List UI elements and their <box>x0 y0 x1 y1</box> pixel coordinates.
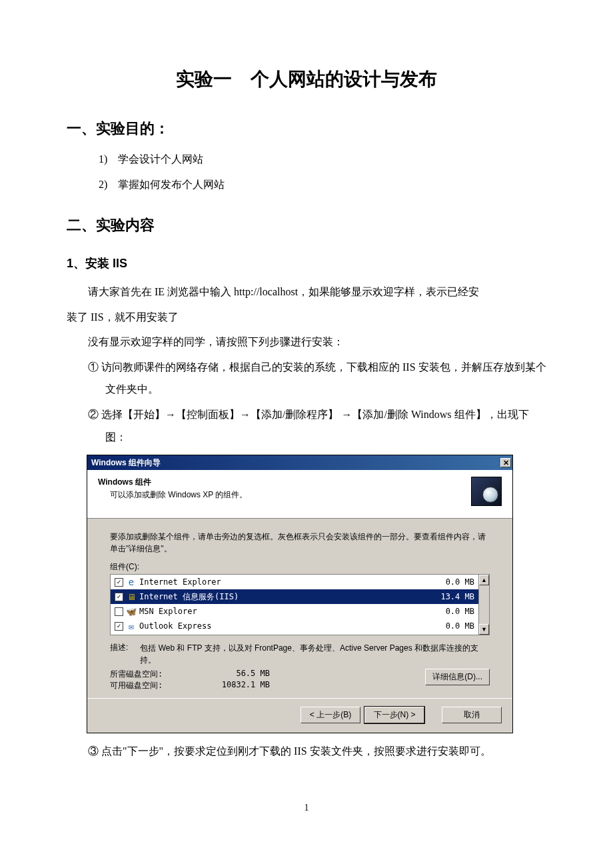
next-button[interactable]: 下一步(N) > <box>364 707 424 723</box>
page-number: 1 <box>67 803 546 813</box>
dialog-heading: Windows 组件 <box>98 477 471 488</box>
step-item: ② 选择【开始】→【控制面板】→【添加/删除程序】 →【添加/删除 Window… <box>88 403 546 448</box>
dialog-footer: < 上一步(B) 下一步(N) > 取消 <box>87 698 512 733</box>
checkbox[interactable]: ✓ <box>115 593 123 601</box>
paragraph: 没有显示欢迎字样的同学，请按照下列步骤进行安装： <box>67 331 546 353</box>
cancel-button[interactable]: 取消 <box>442 707 502 723</box>
iis-icon: 🖥 <box>126 591 137 602</box>
ie-icon: e <box>126 577 137 587</box>
scroll-up-icon[interactable]: ▲ <box>479 575 489 585</box>
dialog-instruction: 要添加或删除某个组件，请单击旁边的复选框。灰色框表示只会安装该组件的一部分。要查… <box>110 531 490 555</box>
scroll-down-icon[interactable]: ▼ <box>479 624 489 635</box>
component-name: Outlook Express <box>139 621 418 631</box>
disk-available-value: 10832.1 MB <box>203 680 270 691</box>
page-title: 实验一 个人网站的设计与发布 <box>67 67 546 92</box>
goal-text: 学会设计个人网站 <box>118 153 203 165</box>
checkbox[interactable] <box>115 607 123 616</box>
checkbox[interactable]: ✓ <box>115 578 123 587</box>
components-label: 组件(C): <box>110 561 490 573</box>
dialog-title: Windows 组件向导 <box>91 457 161 469</box>
titlebar: Windows 组件向导 ✕ <box>87 455 512 470</box>
step-item: ③ 点击"下一步"，按要求定位到刚才下载的 IIS 安装文件夹，按照要求进行安装… <box>88 740 546 763</box>
step-list: ③ 点击"下一步"，按要求定位到刚才下载的 IIS 安装文件夹，按照要求进行安装… <box>88 740 546 763</box>
back-button[interactable]: < 上一步(B) <box>301 707 360 723</box>
section-1-heading: 一、实验目的： <box>67 119 546 139</box>
close-button[interactable]: ✕ <box>500 458 511 467</box>
list-item[interactable]: ✓ ✉ Outlook Express 0.0 MB <box>111 619 478 633</box>
list-item[interactable]: ✓ e Internet Explorer 0.0 MB <box>111 575 478 589</box>
subsection-heading: 1、安装 IIS <box>67 255 546 271</box>
step-list: ① 访问教师课件的网络存储，根据自己的安装的系统，下载相应的 IIS 安装包，并… <box>88 356 546 448</box>
disk-available-label: 可用磁盘空间: <box>110 680 203 691</box>
scrollbar[interactable]: ▲ ▼ <box>478 575 489 635</box>
step-item: ① 访问教师课件的网络存储，根据自己的安装的系统，下载相应的 IIS 安装包，并… <box>88 356 546 401</box>
goal-list: 1) 学会设计个人网站 2) 掌握如何发布个人网站 <box>99 149 546 195</box>
windows-component-wizard-dialog: Windows 组件向导 ✕ Windows 组件 可以添加或删除 Window… <box>87 455 513 733</box>
installer-icon <box>471 477 502 506</box>
checkbox[interactable]: ✓ <box>115 622 123 631</box>
dialog-subheading: 可以添加或删除 Windows XP 的组件。 <box>110 489 471 501</box>
goal-item: 1) 学会设计个人网站 <box>99 149 546 170</box>
component-name: Internet Explorer <box>139 577 418 587</box>
list-item-selected[interactable]: ✓ 🖥 Internet 信息服务(IIS) 13.4 MB <box>111 589 478 604</box>
disk-required-label: 所需磁盘空间: <box>110 669 203 680</box>
goal-text: 掌握如何发布个人网站 <box>118 179 225 190</box>
component-size: 0.0 MB <box>421 577 474 587</box>
dialog-header: Windows 组件 可以添加或删除 Windows XP 的组件。 <box>87 470 512 519</box>
outlook-icon: ✉ <box>126 621 137 631</box>
paragraph: 请大家首先在 IE 浏览器中输入 http://localhost，如果能够显示… <box>67 281 546 303</box>
description-text: 包括 Web 和 FTP 支持，以及对 FrontPage、事务处理、Activ… <box>140 642 490 666</box>
component-size: 0.0 MB <box>421 607 474 616</box>
components-listbox[interactable]: ✓ e Internet Explorer 0.0 MB ✓ 🖥 Interne… <box>110 574 490 635</box>
component-size: 13.4 MB <box>421 592 474 601</box>
goal-item: 2) 掌握如何发布个人网站 <box>99 174 546 195</box>
list-item[interactable]: 🦋 MSN Explorer 0.0 MB <box>111 604 478 619</box>
component-size: 0.0 MB <box>421 621 474 631</box>
disk-required-value: 56.5 MB <box>203 669 270 680</box>
description-label: 描述: <box>110 642 128 666</box>
section-2-heading: 二、实验内容 <box>67 215 546 235</box>
component-name: MSN Explorer <box>139 607 418 616</box>
details-button[interactable]: 详细信息(D)... <box>425 669 490 685</box>
paragraph: 装了 IIS，就不用安装了 <box>67 306 546 329</box>
component-name: Internet 信息服务(IIS) <box>139 591 418 603</box>
msn-icon: 🦋 <box>126 606 137 617</box>
